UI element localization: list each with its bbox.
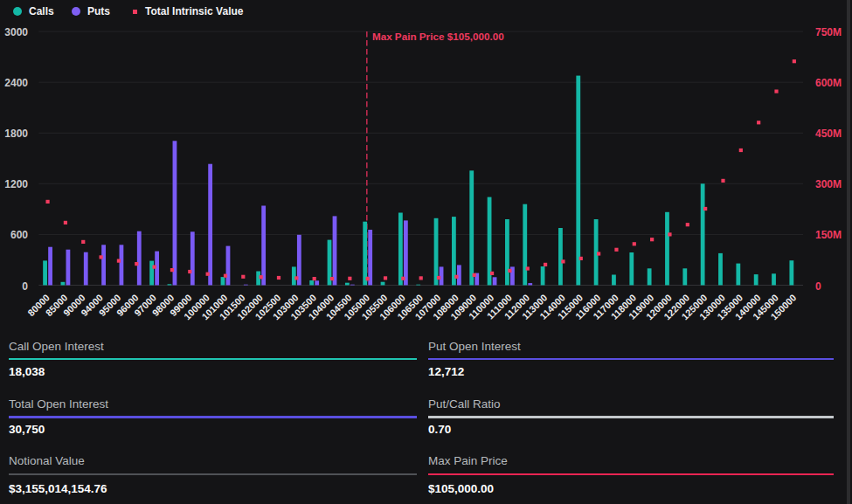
svg-text:3000: 3000: [4, 26, 28, 38]
svg-text:0: 0: [815, 280, 821, 293]
svg-text:2400: 2400: [4, 77, 28, 89]
svg-text:300M: 300M: [815, 178, 842, 190]
svg-text:1200: 1200: [4, 178, 28, 190]
svg-text:Max Pain Price $105,000.00: Max Pain Price $105,000.00: [372, 31, 504, 42]
svg-text:450M: 450M: [815, 128, 842, 140]
svg-text:600: 600: [10, 229, 28, 241]
svg-text:150M: 150M: [815, 229, 842, 241]
svg-text:600M: 600M: [815, 77, 842, 89]
svg-text:0: 0: [22, 280, 28, 293]
svg-text:750M: 750M: [815, 26, 842, 38]
svg-text:1800: 1800: [4, 128, 28, 140]
